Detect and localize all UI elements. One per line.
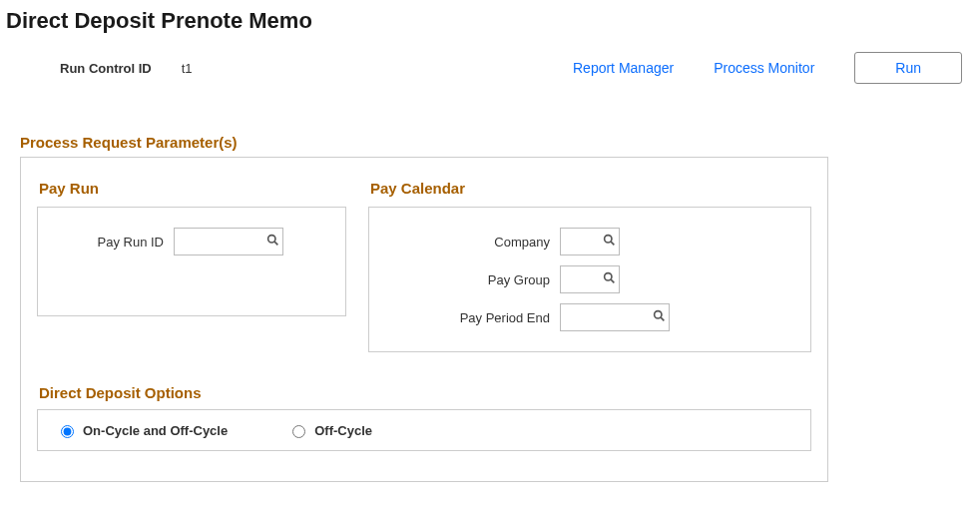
pay-group-label: Pay Group (385, 272, 560, 287)
page-title: Direct Deposit Prenote Memo (6, 8, 980, 34)
pay-group-input[interactable] (565, 271, 601, 288)
svg-line-7 (661, 317, 664, 320)
radio-on-and-off-cycle[interactable]: On-Cycle and Off-Cycle (56, 422, 228, 438)
radio-on-and-off-cycle-input[interactable] (61, 425, 74, 438)
svg-line-1 (274, 242, 277, 245)
pay-period-end-label: Pay Period End (385, 310, 560, 325)
pay-group-field[interactable] (560, 265, 620, 293)
section-title: Process Request Parameter(s) (20, 134, 980, 151)
svg-point-0 (268, 236, 275, 243)
process-monitor-link[interactable]: Process Monitor (714, 60, 814, 76)
company-label: Company (385, 235, 560, 250)
direct-deposit-options-title: Direct Deposit Options (39, 384, 811, 401)
radio-off-cycle[interactable]: Off-Cycle (287, 422, 372, 438)
company-input[interactable] (565, 234, 601, 251)
run-button[interactable]: Run (854, 52, 962, 84)
pay-run-column: Pay Run Pay Run ID (37, 180, 346, 352)
direct-deposit-options-box: On-Cycle and Off-Cycle Off-Cycle (37, 409, 811, 451)
svg-line-5 (611, 279, 614, 282)
pay-calendar-title: Pay Calendar (370, 180, 811, 197)
pay-run-title: Pay Run (39, 180, 346, 197)
pay-period-end-input[interactable] (565, 309, 651, 326)
pay-run-id-field[interactable] (174, 228, 283, 255)
search-icon[interactable] (651, 309, 666, 325)
radio-off-cycle-label: Off-Cycle (314, 423, 372, 438)
company-field[interactable] (560, 228, 620, 255)
search-icon[interactable] (601, 234, 616, 250)
pay-run-box: Pay Run ID (37, 207, 346, 316)
svg-line-3 (611, 242, 614, 245)
svg-point-2 (605, 236, 612, 243)
pay-calendar-column: Pay Calendar Company Pay Group (368, 180, 811, 352)
run-control-id-label: Run Control ID (60, 61, 152, 76)
radio-off-cycle-input[interactable] (292, 425, 305, 438)
process-request-parameters-box: Pay Run Pay Run ID Pay Calenda (20, 157, 828, 482)
search-icon[interactable] (264, 234, 279, 250)
pay-run-id-input[interactable] (179, 234, 264, 251)
header-row: Run Control ID t1 Report Manager Process… (0, 52, 980, 84)
report-manager-link[interactable]: Report Manager (573, 60, 674, 76)
pay-run-id-label: Pay Run ID (54, 235, 174, 250)
svg-point-4 (605, 273, 612, 280)
radio-on-and-off-cycle-label: On-Cycle and Off-Cycle (83, 423, 228, 438)
run-control-id-value: t1 (182, 61, 193, 76)
search-icon[interactable] (601, 271, 616, 287)
pay-calendar-box: Company Pay Group (368, 207, 811, 352)
svg-point-6 (655, 311, 662, 318)
pay-period-end-field[interactable] (560, 303, 670, 331)
